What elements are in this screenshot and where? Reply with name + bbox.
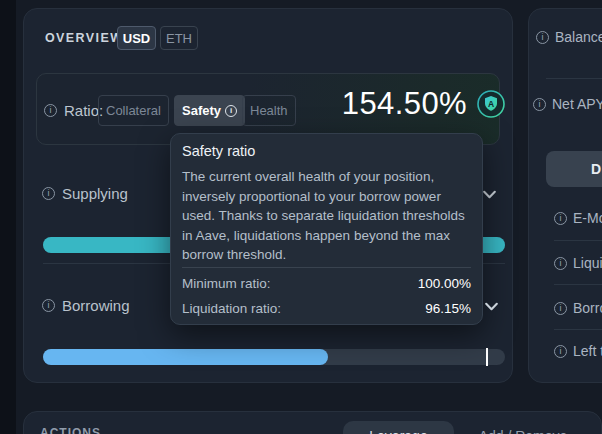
borrowing-limit-marker xyxy=(486,348,488,366)
info-icon[interactable]: i xyxy=(225,105,237,117)
details-button[interactable]: D xyxy=(546,151,602,187)
info-icon[interactable]: i xyxy=(554,302,567,315)
minimum-ratio-value: 100.00% xyxy=(418,276,471,291)
borrowing-progress-bar xyxy=(43,349,505,365)
aave-shield-badge-icon: A xyxy=(477,90,505,118)
tab-add-remove[interactable]: Add / Remove xyxy=(467,421,579,434)
liquidation-label: Liquidation xyxy=(573,255,602,271)
balance-row: i Balance xyxy=(536,29,602,45)
balance-label: Balance xyxy=(555,29,602,45)
actions-title: ACTIONS xyxy=(40,426,101,434)
liquidation-ratio-value: 96.15% xyxy=(425,301,471,316)
ratio-tab-safety[interactable]: Safety i xyxy=(174,95,245,126)
borrowing-bar-fill xyxy=(43,349,328,365)
divider xyxy=(546,78,602,79)
info-icon[interactable]: i xyxy=(554,257,567,270)
liquidation-row: i Liquidation xyxy=(554,255,602,271)
chevron-down-icon[interactable] xyxy=(481,186,498,207)
safety-ratio-value: 154.50% xyxy=(342,86,467,122)
borrow-label: Borrow xyxy=(573,300,602,316)
minimum-ratio-label: Minimum ratio: xyxy=(182,276,271,291)
chevron-down-icon[interactable] xyxy=(483,298,500,319)
currency-tab-eth[interactable]: ETH xyxy=(160,26,198,50)
divider xyxy=(554,240,602,241)
tooltip-title: Safety ratio xyxy=(182,143,255,159)
safety-ratio-tooltip: Safety ratio The current overall health … xyxy=(170,133,483,325)
net-apy-row: i Net APY xyxy=(533,96,602,112)
info-icon[interactable]: i xyxy=(44,104,57,117)
net-apy-label: Net APY xyxy=(552,96,602,112)
info-icon[interactable]: i xyxy=(533,98,546,111)
info-icon[interactable]: i xyxy=(554,212,567,225)
borrowing-label: Borrowing xyxy=(62,297,130,314)
info-icon[interactable]: i xyxy=(554,345,567,358)
tab-leverage[interactable]: Leverage xyxy=(343,421,454,434)
ratio-tab-collateral-label: Collateral xyxy=(106,103,161,118)
window-edge-strip xyxy=(0,0,16,434)
tooltip-body: The current overall health of your posit… xyxy=(182,167,471,265)
liquidation-ratio-label: Liquidation ratio: xyxy=(182,301,281,316)
position-stats-card xyxy=(528,8,602,383)
tooltip-stat-row: Liquidation ratio: 96.15% xyxy=(182,300,471,317)
supplying-label: Supplying xyxy=(62,185,128,202)
info-icon[interactable]: i xyxy=(42,299,55,312)
divider xyxy=(554,284,602,285)
overview-title: OVERVIEW xyxy=(45,31,123,45)
badge-letter: A xyxy=(488,99,494,109)
ratio-tab-collateral[interactable]: Collateral xyxy=(98,95,169,126)
tooltip-stat-row: Minimum ratio: 100.00% xyxy=(182,275,471,292)
left-to-label: Left to xyxy=(573,343,602,359)
ratio-tab-health-label: Health xyxy=(250,103,288,118)
currency-tab-usd[interactable]: USD xyxy=(117,26,156,50)
divider xyxy=(182,267,471,268)
page-background: { "overview": { "title": "OVERVIEW", "cu… xyxy=(0,0,602,434)
borrow-row: i Borrow xyxy=(554,300,602,316)
ratio-tab-safety-label: Safety xyxy=(182,103,221,118)
left-to-row: i Left to xyxy=(554,343,602,359)
info-icon[interactable]: i xyxy=(536,31,549,44)
info-icon[interactable]: i xyxy=(42,187,55,200)
divider xyxy=(554,329,602,330)
e-mode-label: E-Mode xyxy=(573,210,602,226)
ratio-tab-health[interactable]: Health xyxy=(242,95,296,126)
e-mode-row: i E-Mode xyxy=(554,210,602,226)
